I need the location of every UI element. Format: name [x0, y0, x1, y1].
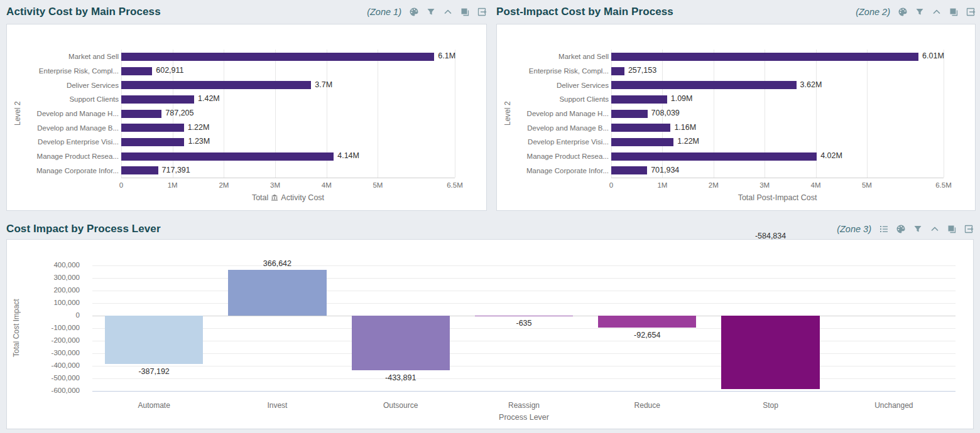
bar[interactable] [598, 316, 696, 328]
zone1-title: Activity Cost by Main Process [6, 6, 161, 18]
zone3-title: Cost Impact by Process Lever [6, 223, 161, 235]
zone3-label: (Zone 3) [837, 224, 871, 234]
bar[interactable] [352, 316, 450, 370]
value-label: -433,891 [339, 373, 462, 382]
gridline [92, 378, 956, 379]
value-label: 6.1M [438, 51, 455, 60]
bar[interactable] [611, 166, 647, 174]
gridline [92, 328, 956, 329]
x-axis: AutomateInvestOutsourceReassignReduceSto… [92, 401, 956, 410]
bar[interactable] [721, 316, 819, 389]
zone3-panel: Total Cost Impact400,000300,000200,00010… [6, 239, 974, 429]
x-axis: 01M2M3M4M5M6.5M [611, 181, 944, 190]
category-label: Manage Corporate Infor... [24, 163, 119, 178]
value-label: 1.23M [188, 137, 210, 146]
category-label: Develop and Manage B... [514, 120, 609, 135]
value-label: 1.22M [188, 123, 210, 132]
zone1-toolbar [409, 7, 487, 17]
filter-icon[interactable] [426, 7, 436, 17]
category-label: Manage Product Resea... [24, 149, 119, 164]
x-tick-label: 6.5M [935, 181, 952, 189]
export-icon[interactable] [477, 7, 487, 17]
collapse-icon[interactable] [443, 7, 453, 17]
bar[interactable] [611, 95, 667, 104]
bar[interactable] [121, 138, 184, 146]
bar[interactable] [105, 316, 203, 364]
category-label: Market and Sell [24, 50, 119, 64]
bar[interactable] [611, 81, 797, 89]
bar[interactable] [121, 110, 161, 118]
palette-icon[interactable] [896, 224, 906, 234]
bar[interactable] [611, 67, 624, 75]
category-label: Develop Enterprise Visi... [24, 135, 119, 149]
value-label: 4.14M [337, 151, 359, 160]
filter-icon[interactable] [915, 7, 925, 17]
bar[interactable] [121, 95, 194, 104]
y-axis: 400,000300,000200,000100,0000-100,000-20… [26, 265, 80, 391]
gridline [944, 50, 944, 178]
bar[interactable] [121, 152, 334, 161]
layers-icon[interactable] [947, 224, 957, 234]
category-label: Enterprise Risk, Compl... [24, 64, 119, 78]
layers-icon[interactable] [949, 7, 959, 17]
export-icon[interactable] [964, 224, 974, 234]
bank-icon [271, 194, 278, 201]
category-axis: Market and SellEnterprise Risk, Compl...… [24, 50, 119, 178]
export-icon[interactable] [966, 7, 976, 17]
collapse-icon[interactable] [930, 224, 940, 234]
cost-impact-chart: Total Cost Impact400,000300,000200,00010… [7, 240, 973, 429]
bar[interactable] [611, 124, 670, 132]
post-impact-cost-chart: Level 2Market and SellEnterprise Risk, C… [497, 24, 975, 210]
x-tick-label: Reassign [462, 401, 585, 410]
category-axis: Market and SellEnterprise Risk, Compl...… [514, 50, 609, 178]
x-tick-label: 0 [609, 181, 613, 189]
bar[interactable] [611, 138, 673, 146]
collapse-icon[interactable] [932, 7, 942, 17]
bar[interactable] [121, 67, 152, 75]
layers-icon[interactable] [460, 7, 470, 17]
bar[interactable] [611, 152, 817, 161]
value-label: 6.01M [922, 51, 944, 60]
x-tick-label: Reduce [585, 401, 709, 410]
value-label: 602,911 [156, 66, 183, 75]
palette-icon[interactable] [898, 7, 908, 17]
plot-area: 6.1M602,9113.7M1.42M787,2051.22M1.23M4.1… [121, 50, 455, 178]
bar[interactable] [121, 166, 158, 174]
x-tick-label: 3M [270, 181, 280, 189]
gridline [92, 366, 956, 366]
palette-icon[interactable] [409, 7, 419, 17]
value-label: 4.02M [820, 151, 842, 160]
zone2-header: Post-Impact Cost by Main Process (Zone 2… [496, 3, 976, 21]
bar[interactable] [121, 124, 184, 132]
list-icon[interactable] [879, 224, 889, 234]
y-tick-label: -400,000 [52, 361, 80, 369]
value-label: 708,039 [651, 109, 680, 117]
x-tick-label: 4M [811, 181, 821, 189]
x-tick-label: 2M [709, 181, 719, 189]
category-label: Develop Enterprise Visi... [514, 135, 609, 149]
plot-area: 6.01M257,1533.62M1.09M708,0391.16M1.22M4… [611, 50, 944, 178]
zone3-toolbar [879, 224, 974, 234]
category-label: Deliver Services [514, 78, 609, 92]
bar[interactable] [228, 270, 326, 316]
x-tick-label: Stop [709, 401, 832, 410]
bar[interactable] [611, 53, 918, 61]
gridline [92, 291, 956, 291]
value-label: -584,834 [709, 232, 832, 240]
bar[interactable] [121, 81, 311, 89]
gridline [867, 50, 868, 178]
bar[interactable] [121, 53, 434, 61]
category-label: Support Clients [24, 92, 119, 107]
value-label: -635 [462, 319, 585, 328]
dashboard-page: Activity Cost by Main Process (Zone 1) P… [0, 0, 980, 433]
gridline [92, 278, 956, 279]
bar[interactable] [611, 110, 648, 118]
gridline [92, 391, 956, 392]
filter-icon[interactable] [913, 224, 923, 234]
y-tick-label: -600,000 [52, 387, 80, 394]
value-label: 787,205 [165, 109, 193, 117]
x-tick-label: 1M [168, 181, 178, 189]
gridline [455, 50, 455, 178]
y-tick-label: 0 [76, 311, 80, 319]
value-label: 257,153 [628, 66, 656, 75]
